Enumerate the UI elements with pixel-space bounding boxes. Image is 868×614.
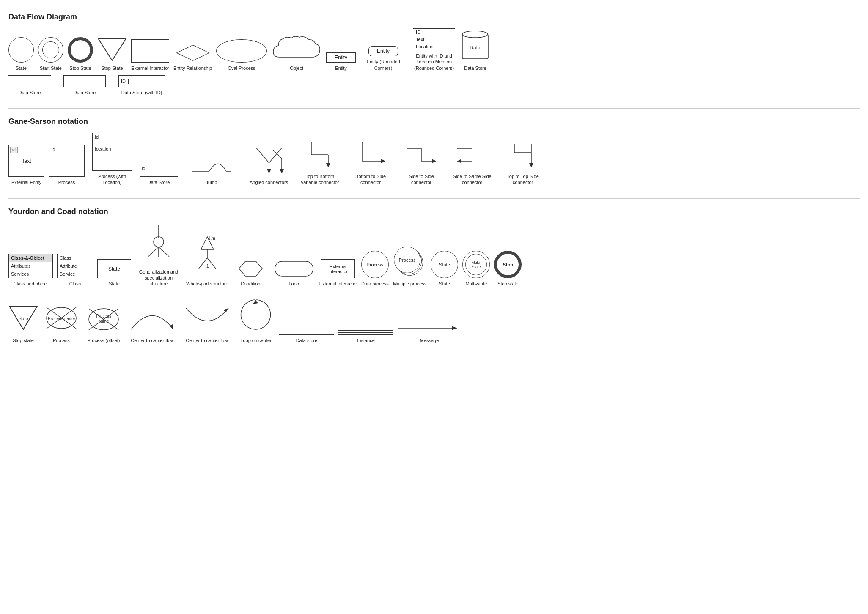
- yc-condition-shape: [233, 259, 269, 278]
- yc-center-flow1-shape: [127, 300, 178, 335]
- yc-multistate-label: Multi-state: [466, 281, 487, 287]
- yc-state-circle-shape: State: [431, 251, 458, 278]
- gs-process-loc-item: id location Process (with Location): [89, 133, 135, 186]
- yc-whole-part-label: Whole-part structure: [186, 281, 228, 287]
- yc-process-offset-label: Process (offset): [88, 337, 120, 343]
- gs-ext-entity-item: Text External Entity: [8, 145, 44, 185]
- gs-process-id: id: [49, 145, 84, 154]
- dfd-entity-rounded: Entity Entity (Rounded Corners): [360, 46, 407, 71]
- yc-condition-item: Condition: [233, 259, 269, 287]
- yc-class-label: Class: [69, 281, 81, 287]
- entity-with-id-box: ID Text Location: [413, 28, 455, 50]
- oval-process-label: Oval Process: [228, 65, 255, 71]
- gs-datastore-label: Data Store: [148, 179, 170, 185]
- gs-datastore-item: id Data Store: [140, 160, 178, 185]
- dfd-entity-with-id: ID Text Location Entity with ID and Loca…: [411, 28, 457, 71]
- dfd-external-interactor: External Interactor: [131, 39, 169, 71]
- yc-data-process-item: Process Data process: [361, 251, 389, 287]
- cloud-shape: [271, 34, 322, 63]
- yc-stop-text: Stop: [503, 262, 513, 267]
- oval-process-shape: [216, 39, 267, 63]
- gs-process-loc-label: Process (with Location): [89, 173, 135, 186]
- gs-process-item: id Process: [49, 145, 85, 185]
- yc-process-cross-label: Process: [53, 337, 70, 343]
- gs-datastore-shape: id: [140, 160, 178, 177]
- entity-text-row: Text: [413, 36, 455, 43]
- gs-process-label: Process: [58, 179, 75, 185]
- svg-text:1: 1: [206, 264, 209, 269]
- gs-ext-entity-shape: Text: [8, 145, 44, 177]
- yc-co-svc: Services: [9, 270, 52, 278]
- yc-condition-label: Condition: [241, 281, 260, 287]
- ds-id-value: ID: [121, 79, 129, 84]
- gs-side-side-shape: [404, 140, 438, 171]
- gs-angled-shape: [252, 146, 286, 177]
- gs-side-same-item: Side to Same Side connector: [449, 140, 495, 186]
- yc-loop-item: Loop: [273, 259, 315, 287]
- yc-gen-spec-label: Generalization and specialization struct…: [135, 269, 182, 287]
- gane-sarson-section: Gane-Sarson notation Text External Entit…: [8, 117, 860, 186]
- yc-title: Yourdon and Coad notation: [8, 207, 860, 216]
- gs-side-same-label: Side to Same Side connector: [449, 173, 495, 186]
- gs-proc-loc-loc: location: [93, 141, 132, 153]
- ds-id-label: Data Store (with ID): [121, 90, 162, 96]
- yc-message-item: Message: [398, 323, 461, 343]
- ds-id-item: ID Data Store (with ID): [118, 75, 165, 96]
- entity-label: Entity: [335, 65, 347, 71]
- ext-interactor-rect: [131, 39, 169, 63]
- start-state-label: Start State: [40, 65, 62, 71]
- yc-ext-text: Externalinteractor: [328, 264, 348, 274]
- gs-process-shape: id: [49, 145, 85, 177]
- svg-line-36: [148, 247, 159, 257]
- gs-jump-shape: [190, 154, 233, 177]
- svg-text:Process: Process: [96, 314, 111, 318]
- svg-point-35: [154, 237, 164, 247]
- cylinder-svg: Data: [461, 31, 489, 63]
- svg-marker-33: [529, 163, 533, 167]
- yc-class-shape: Class Attribute Service: [57, 254, 93, 278]
- yc-center-flow1-item: Center to center flow: [127, 300, 178, 343]
- stop-state-thick-label: Stop State: [69, 65, 91, 71]
- svg-line-7: [256, 148, 269, 163]
- yc-center-flow2-item: Center to center flow: [182, 300, 233, 343]
- gs-top-top-item: Top to Top Side connector: [500, 140, 546, 186]
- section-divider-2: [8, 198, 860, 199]
- yc-center-flow2-label: Center to center flow: [186, 337, 229, 343]
- yc-stop-tri-shape: Stop: [8, 304, 38, 335]
- svg-marker-17: [326, 163, 330, 167]
- gs-ext-entity-label: External Entity: [11, 179, 41, 185]
- yc-class-item: Class Attribute Service Class: [57, 254, 93, 287]
- dfd-title: Data Flow Diagram: [8, 13, 860, 22]
- dfd-shapes-row: State Start State Stop State Stop State …: [8, 28, 860, 71]
- yc-instance-lines: [338, 330, 393, 335]
- yc-stop-tri-item: Stop Stop state: [8, 304, 38, 343]
- start-state-inner: [42, 41, 59, 58]
- yc-multiple-process-item: Process Multiple process: [393, 247, 426, 287]
- gs-top-top-shape: [506, 140, 540, 171]
- state-circle: [8, 37, 34, 63]
- dfd-state: State: [8, 37, 34, 71]
- svg-marker-13: [280, 169, 284, 173]
- yc-class-r2: Attribute: [58, 262, 93, 270]
- state-label: State: [16, 65, 27, 71]
- svg-text:Process name: Process name: [48, 316, 75, 321]
- yc-process-cross-shape: Process name: [42, 301, 80, 335]
- yc-stop-state-label: Stop state: [497, 281, 519, 287]
- yc-data-process-shape: Process: [361, 251, 389, 278]
- mp-text: Process: [399, 258, 416, 263]
- svg-marker-0: [98, 38, 126, 60]
- svg-marker-61: [452, 326, 457, 330]
- svg-marker-28: [457, 159, 461, 163]
- yc-whole-part-item: 1,m 1 Whole-part structure: [186, 235, 228, 287]
- yc-class-object-label: Class and object: [14, 281, 48, 287]
- svg-text:Stop: Stop: [19, 316, 28, 321]
- dfd-data-store-cyl: Data Data Store: [461, 31, 489, 71]
- yc-stop-state-item: Stop Stop state: [494, 251, 522, 287]
- gs-ds-id: id: [140, 160, 148, 176]
- svg-marker-10: [267, 169, 271, 173]
- yc-stop-state-shape: Stop: [494, 251, 522, 278]
- stop-state-tri-shape: [97, 37, 127, 63]
- gs-jump-item: Jump: [190, 154, 233, 185]
- section-divider-1: [8, 108, 860, 109]
- inst-bot-line: [338, 334, 393, 335]
